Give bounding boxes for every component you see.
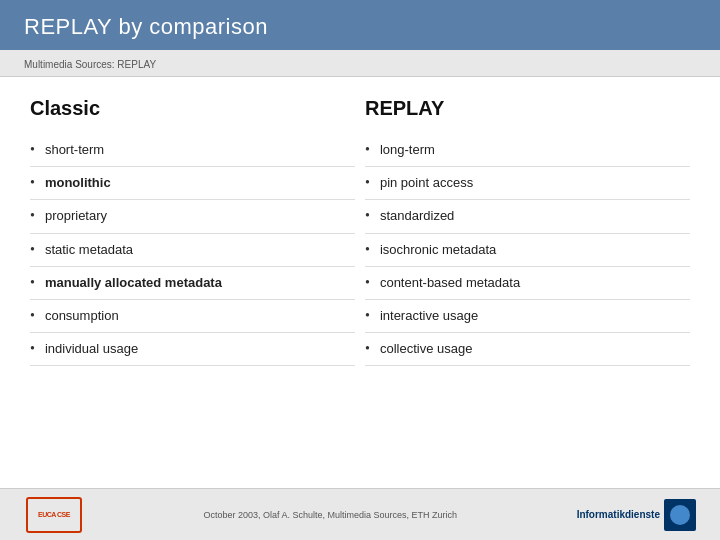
main-content: Classic •short-term•monolithic•proprieta… bbox=[0, 77, 720, 488]
classic-header: Classic bbox=[30, 97, 355, 120]
list-item: •manually allocated metadata bbox=[30, 267, 355, 300]
item-text: individual usage bbox=[45, 340, 138, 358]
item-text: pin point access bbox=[380, 174, 473, 192]
item-text: isochronic metadata bbox=[380, 241, 496, 259]
bullet-icon: • bbox=[365, 275, 370, 291]
list-item: •monolithic bbox=[30, 167, 355, 200]
list-item: •pin point access bbox=[365, 167, 690, 200]
bullet-icon: • bbox=[30, 341, 35, 357]
comparison-columns: Classic •short-term•monolithic•proprieta… bbox=[30, 97, 690, 478]
item-text: collective usage bbox=[380, 340, 473, 358]
breadcrumb: Multimedia Sources: REPLAY bbox=[0, 50, 720, 77]
replay-header: REPLAY bbox=[365, 97, 690, 120]
eucacse-logo-icon: EUCA CSE bbox=[26, 497, 82, 533]
list-item: •content-based metadata bbox=[365, 267, 690, 300]
bullet-icon: • bbox=[30, 275, 35, 291]
item-text: monolithic bbox=[45, 174, 111, 192]
bullet-icon: • bbox=[365, 142, 370, 158]
bullet-icon: • bbox=[30, 175, 35, 191]
item-text: proprietary bbox=[45, 207, 107, 225]
logo-left: EUCA CSE bbox=[24, 497, 84, 533]
footer-center: October 2003, Olaf A. Schulte, Multimedi… bbox=[84, 510, 577, 520]
classic-list: •short-term•monolithic•proprietary•stati… bbox=[30, 134, 355, 366]
item-text: short-term bbox=[45, 141, 104, 159]
bullet-icon: • bbox=[365, 208, 370, 224]
eucacse-logo-text: EUCA CSE bbox=[38, 511, 70, 519]
list-item: •static metadata bbox=[30, 234, 355, 267]
bullet-icon: • bbox=[30, 208, 35, 224]
list-item: •individual usage bbox=[30, 333, 355, 366]
list-item: •proprietary bbox=[30, 200, 355, 233]
informatik-logo-text: Informatikdienste bbox=[577, 509, 660, 520]
list-item: •short-term bbox=[30, 134, 355, 167]
list-item: •collective usage bbox=[365, 333, 690, 366]
item-text: consumption bbox=[45, 307, 119, 325]
item-text: interactive usage bbox=[380, 307, 478, 325]
item-text: static metadata bbox=[45, 241, 133, 259]
bullet-icon: • bbox=[365, 308, 370, 324]
item-text: standardized bbox=[380, 207, 454, 225]
list-item: •interactive usage bbox=[365, 300, 690, 333]
classic-column: Classic •short-term•monolithic•proprieta… bbox=[30, 97, 355, 478]
slide-title: REPLAY by comparison bbox=[24, 14, 696, 40]
informatik-icon-inner bbox=[670, 505, 690, 525]
bullet-icon: • bbox=[365, 242, 370, 258]
replay-list: •long-term•pin point access•standardized… bbox=[365, 134, 690, 366]
bullet-icon: • bbox=[365, 175, 370, 191]
slide: REPLAY by comparison Multimedia Sources:… bbox=[0, 0, 720, 540]
item-text: content-based metadata bbox=[380, 274, 520, 292]
list-item: •isochronic metadata bbox=[365, 234, 690, 267]
breadcrumb-text: Multimedia Sources: REPLAY bbox=[24, 59, 156, 70]
informatik-icon bbox=[664, 499, 696, 531]
list-item: •standardized bbox=[365, 200, 690, 233]
list-item: •long-term bbox=[365, 134, 690, 167]
item-text: manually allocated metadata bbox=[45, 274, 222, 292]
footer: EUCA CSE October 2003, Olaf A. Schulte, … bbox=[0, 488, 720, 540]
bullet-icon: • bbox=[30, 242, 35, 258]
list-item: •consumption bbox=[30, 300, 355, 333]
informatik-logo: Informatikdienste bbox=[577, 499, 696, 531]
bullet-icon: • bbox=[365, 341, 370, 357]
replay-column: REPLAY •long-term•pin point access•stand… bbox=[365, 97, 690, 478]
header-bar: REPLAY by comparison bbox=[0, 0, 720, 50]
bullet-icon: • bbox=[30, 308, 35, 324]
bullet-icon: • bbox=[30, 142, 35, 158]
item-text: long-term bbox=[380, 141, 435, 159]
